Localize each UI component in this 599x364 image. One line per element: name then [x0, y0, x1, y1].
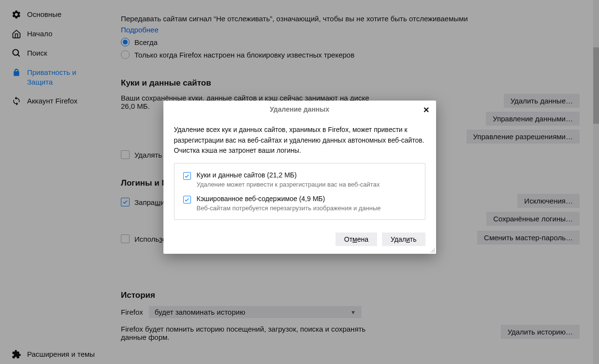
clear-data-dialog: Удаление данных ✕ Удаление всех кук и да…: [163, 101, 436, 254]
dialog-cookies-checkbox[interactable]: [183, 172, 191, 180]
cancel-button[interactable]: Отмена: [336, 233, 377, 246]
dialog-cache-label: Кэшированное веб-содержимое (4,9 МБ): [197, 195, 381, 203]
dialog-cache-checkbox[interactable]: [183, 196, 191, 204]
close-icon[interactable]: ✕: [423, 105, 429, 115]
dialog-cookies-label: Куки и данные сайтов (21,2 МБ): [197, 171, 380, 179]
dialog-body-text: Удаление всех кук и данных сайтов, храни…: [174, 125, 425, 156]
dialog-cookies-sub: Удаление может привести к разрегистрации…: [197, 181, 380, 188]
dialog-title: Удаление данных: [270, 105, 329, 113]
modal-overlay: Удаление данных ✕ Удаление всех кук и да…: [0, 0, 599, 364]
clear-button[interactable]: Удалить: [382, 233, 425, 246]
dialog-cache-sub: Веб-сайтам потребуется перезагрузить изо…: [197, 204, 381, 212]
